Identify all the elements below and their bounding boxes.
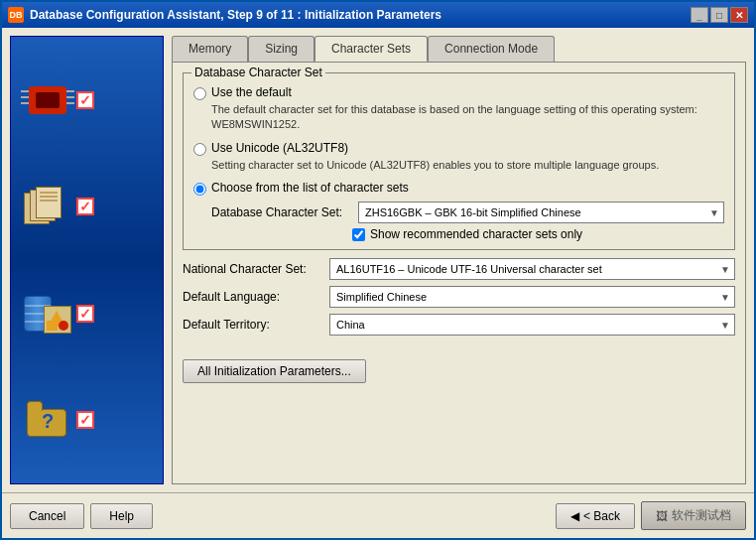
db-charset-section-label: Database Character Set — [191, 66, 325, 79]
all-params-button[interactable]: All Initialization Parameters... — [183, 359, 366, 383]
sidebar: ✓ ✓ — [10, 36, 164, 484]
radio-default-row: Use the default — [193, 85, 724, 100]
default-territory-value: China — [336, 319, 365, 331]
check-badge-3: ✓ — [76, 305, 94, 323]
default-language-arrow: ▼ — [720, 292, 730, 303]
sidebar-item-1: ✓ — [16, 76, 158, 124]
content-area: Database Character Set Use the default T… — [172, 62, 746, 484]
radio-unicode[interactable] — [193, 143, 206, 156]
radio-unicode-row: Use Unicode (AL32UTF8) — [193, 141, 724, 156]
radio-default-label[interactable]: Use the default — [211, 85, 292, 99]
docs-icon-container — [24, 187, 71, 226]
close-button[interactable]: ✕ — [730, 7, 748, 23]
db-charset-group: Database Character Set Use the default T… — [183, 72, 735, 250]
minimize-button[interactable]: _ — [691, 7, 708, 23]
chip-icon-container — [24, 80, 71, 120]
check-badge-1: ✓ — [76, 91, 94, 109]
tab-bar: Memory Sizing Character Sets Connection … — [172, 36, 746, 62]
default-territory-dropdown[interactable]: China ▼ — [329, 314, 735, 336]
national-charset-dropdown[interactable]: AL16UTF16 – Unicode UTF-16 Universal cha… — [329, 258, 735, 280]
national-charset-arrow: ▼ — [720, 264, 730, 275]
main-content: ✓ ✓ — [2, 28, 754, 492]
national-charset-row: National Character Set: AL16UTF16 – Unic… — [183, 258, 735, 280]
default-territory-arrow: ▼ — [720, 320, 730, 331]
default-language-row: Default Language: Simplified Chinese ▼ — [183, 286, 735, 308]
back-button[interactable]: ◀ < Back — [556, 503, 635, 529]
db-charset-label: Database Character Set: — [211, 205, 350, 219]
tab-memory[interactable]: Memory — [172, 36, 248, 62]
default-language-label: Default Language: — [183, 290, 321, 304]
sidebar-item-3: ✓ — [16, 290, 158, 338]
show-recommended-checkbox[interactable] — [352, 228, 365, 241]
back-arrow-icon: ◀ — [570, 509, 579, 523]
db-charset-value: ZHS16GBK – GBK 16-bit Simplified Chinese — [365, 206, 581, 218]
show-recommended-label[interactable]: Show recommended character sets only — [370, 227, 582, 241]
barrel-shapes-icon — [24, 294, 71, 334]
sidebar-item-4: ? ✓ — [16, 396, 158, 444]
tab-character-sets[interactable]: Character Sets — [315, 36, 428, 62]
right-panel: Memory Sizing Character Sets Connection … — [172, 36, 746, 484]
help-button[interactable]: Help — [90, 503, 153, 529]
radio-choose[interactable] — [193, 183, 206, 196]
window-title: Database Configuration Assistant, Step 9… — [30, 8, 691, 22]
tab-connection-mode[interactable]: Connection Mode — [428, 36, 555, 62]
default-territory-row: Default Territory: China ▼ — [183, 314, 735, 336]
check-badge-4: ✓ — [76, 411, 94, 429]
sidebar-item-2: ✓ — [16, 183, 158, 230]
all-params-container: All Initialization Parameters... — [183, 351, 735, 383]
radio-unicode-desc: Setting character set to Unicode (AL32UT… — [211, 158, 724, 173]
titlebar: DB Database Configuration Assistant, Ste… — [2, 2, 754, 28]
radio-choose-row: Choose from the list of character sets — [193, 181, 724, 196]
back-label: < Back — [583, 509, 620, 523]
window-controls: _ □ ✕ — [691, 7, 748, 23]
db-charset-field-row: Database Character Set: ZHS16GBK – GBK 1… — [211, 202, 724, 223]
radio-unicode-label[interactable]: Use Unicode (AL32UTF8) — [211, 141, 348, 155]
radio-default[interactable] — [193, 87, 206, 100]
radio-choose-label[interactable]: Choose from the list of character sets — [211, 181, 409, 195]
next-icon: 🖼 — [656, 509, 668, 523]
cancel-button[interactable]: Cancel — [10, 503, 84, 529]
db-charset-dropdown-arrow: ▼ — [709, 207, 719, 218]
main-window: DB Database Configuration Assistant, Ste… — [0, 0, 756, 540]
default-language-dropdown[interactable]: Simplified Chinese ▼ — [329, 286, 735, 308]
national-charset-label: National Character Set: — [183, 262, 321, 276]
next-label: 软件测试档 — [672, 507, 731, 524]
bottom-bar: Cancel Help ◀ < Back 🖼 软件测试档 — [2, 492, 754, 538]
maximize-button[interactable]: □ — [710, 7, 728, 23]
db-charset-dropdown[interactable]: ZHS16GBK – GBK 16-bit Simplified Chinese… — [358, 202, 724, 223]
next-button[interactable]: 🖼 软件测试档 — [641, 501, 746, 530]
params-section: National Character Set: AL16UTF16 – Unic… — [183, 258, 735, 336]
app-icon: DB — [8, 7, 24, 23]
tab-sizing[interactable]: Sizing — [248, 36, 315, 62]
default-territory-label: Default Territory: — [183, 318, 321, 332]
check-badge-2: ✓ — [76, 198, 94, 215]
show-recommended-row: Show recommended character sets only — [352, 227, 724, 241]
radio-default-desc: The default character set for this datab… — [211, 102, 724, 133]
folder-question-icon: ? — [24, 400, 71, 440]
national-charset-value: AL16UTF16 – Unicode UTF-16 Universal cha… — [336, 263, 602, 275]
default-language-value: Simplified Chinese — [336, 291, 427, 303]
